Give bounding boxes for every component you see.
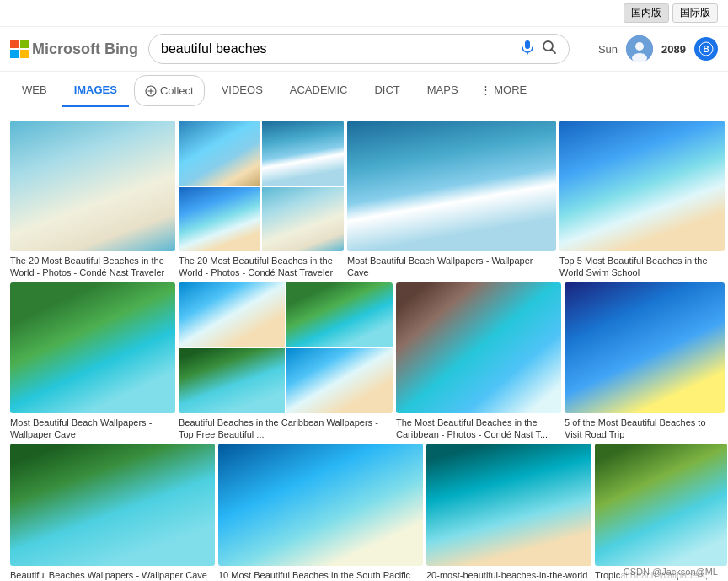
logo-text: Microsoft Bing [32, 40, 138, 58]
tab-academic[interactable]: ACADEMIC [278, 75, 360, 107]
image-item-r3i2[interactable]: 10 Most Beautiful Beaches in the South P… [218, 444, 423, 581]
tab-maps[interactable]: MAPS [415, 75, 470, 107]
bing-logo-icon [10, 40, 29, 58]
image-caption-r3i1: Beautiful Beaches Wallpapers - Wallpaper… [10, 569, 215, 581]
image-row-1: The 20 Most Beautiful Beaches in the Wor… [10, 121, 718, 279]
image-caption-r2i1: Most Beautiful Beach Wallpapers - Wallpa… [10, 417, 175, 441]
image-item-r2i1[interactable]: Most Beautiful Beach Wallpapers - Wallpa… [10, 282, 175, 441]
image-item-r2i3[interactable]: The Most Beautiful Beaches in the Caribb… [396, 282, 561, 441]
top-bar: 国内版 国际版 [0, 0, 728, 27]
image-item-r1i1[interactable]: The 20 Most Beautiful Beaches in the Wor… [10, 121, 175, 279]
svg-rect-1 [20, 40, 29, 48]
mic-icon[interactable] [520, 40, 535, 58]
image-row-2: Most Beautiful Beach Wallpapers - Wallpa… [10, 282, 718, 441]
image-caption-r1i1: The 20 Most Beautiful Beaches in the Wor… [10, 255, 175, 279]
image-caption-r3i4: Tropical Beach Wallpapers, Picture [595, 569, 727, 581]
tab-collect-label: Collect [160, 84, 194, 97]
image-item-r3i3[interactable]: 20-most-beautiful-beaches-in-the-world -… [426, 444, 592, 581]
image-row-3: Beautiful Beaches Wallpapers - Wallpaper… [10, 444, 718, 581]
reward-icon[interactable]: B [694, 37, 718, 61]
bing-logo: Microsoft Bing [10, 40, 138, 58]
image-item-r3i4[interactable]: Tropical Beach Wallpapers, Picture [595, 444, 727, 581]
image-caption-r3i2: 10 Most Beautiful Beaches in the South P… [218, 569, 423, 581]
domestic-btn[interactable]: 国内版 [624, 3, 669, 23]
image-caption-r1i4: Top 5 Most Beautiful Beaches in the Worl… [559, 255, 725, 279]
collect-icon [145, 85, 157, 97]
svg-rect-3 [20, 50, 29, 58]
image-item-r1i3[interactable]: Most Beautiful Beach Wallpapers - Wallpa… [347, 121, 556, 279]
tab-more[interactable]: ⋮ MORE [474, 75, 534, 107]
nav-tabs: WEB IMAGES Collect VIDEOS ACADEMIC DICT … [0, 72, 728, 110]
image-caption-r3i3: 20-most-beautiful-beaches-in-the-world -… [426, 569, 592, 581]
image-caption-r2i2: Beautiful Beaches in the Caribbean Wallp… [179, 417, 393, 441]
header: Microsoft Bing Sun 2089 [0, 27, 728, 72]
international-btn[interactable]: 国际版 [672, 3, 718, 23]
image-caption-r2i3: The Most Beautiful Beaches in the Caribb… [396, 417, 561, 441]
image-item-r2i2[interactable]: Beautiful Beaches in the Caribbean Wallp… [179, 282, 393, 441]
user-name: Sun [598, 43, 618, 56]
svg-rect-0 [10, 40, 19, 48]
search-icon[interactable] [542, 40, 557, 58]
tab-collect[interactable]: Collect [134, 75, 205, 106]
image-caption-r2i4: 5 of the Most Beautiful Beaches to Visit… [565, 417, 725, 441]
image-grid: The 20 Most Beautiful Beaches in the Wor… [0, 110, 728, 581]
header-right: Sun 2089 B [598, 35, 718, 62]
tab-web[interactable]: WEB [10, 75, 59, 107]
tab-dict[interactable]: DICT [362, 75, 411, 107]
avatar[interactable] [626, 35, 653, 62]
tab-images[interactable]: IMAGES [62, 75, 129, 107]
image-item-r2i4[interactable]: 5 of the Most Beautiful Beaches to Visit… [565, 282, 725, 441]
points-badge: 2089 [661, 43, 686, 56]
image-item-r1i4[interactable]: Top 5 Most Beautiful Beaches in the Worl… [559, 121, 725, 279]
svg-text:B: B [703, 45, 709, 54]
svg-point-9 [635, 42, 644, 51]
search-bar [148, 34, 570, 64]
image-item-r1i2[interactable]: The 20 Most Beautiful Beaches in the Wor… [179, 121, 344, 279]
tab-videos[interactable]: VIDEOS [210, 75, 275, 107]
image-caption-r1i3: Most Beautiful Beach Wallpapers - Wallpa… [347, 255, 556, 279]
image-item-r3i1[interactable]: Beautiful Beaches Wallpapers - Wallpaper… [10, 444, 215, 581]
svg-rect-4 [525, 40, 530, 49]
svg-rect-2 [10, 50, 19, 58]
image-caption-r1i2: The 20 Most Beautiful Beaches in the Wor… [179, 255, 344, 279]
svg-line-7 [552, 50, 556, 54]
search-input[interactable] [161, 41, 513, 56]
